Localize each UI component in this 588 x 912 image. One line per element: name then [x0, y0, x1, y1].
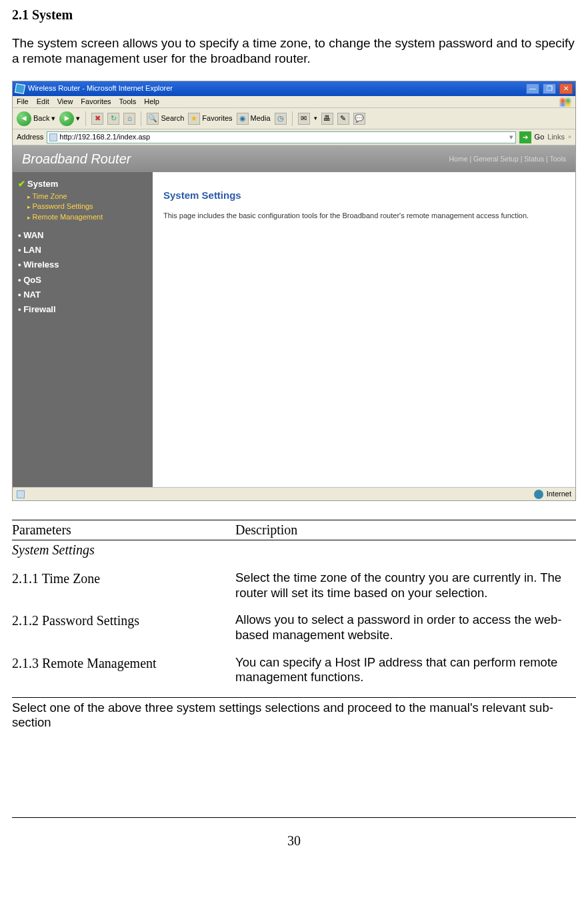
zone-label: Internet: [547, 490, 571, 499]
address-bar: Address http://192.168.2.1/index.asp ▾ ➔…: [13, 129, 575, 145]
sidebar-sub-password[interactable]: Password Settings: [27, 201, 147, 212]
forward-button[interactable]: ► ▾: [59, 111, 80, 126]
history-button[interactable]: ◷: [275, 113, 287, 125]
closing-paragraph: Select one of the above three system set…: [12, 698, 576, 731]
page-footer: 30: [12, 817, 576, 849]
menu-file[interactable]: File: [17, 97, 29, 107]
minimize-button[interactable]: —: [526, 83, 539, 94]
content-heading: System Settings: [163, 189, 569, 202]
page-icon: [49, 133, 57, 141]
menu-edit[interactable]: Edit: [37, 97, 49, 107]
window-titlebar: Wireless Router - Microsoft Internet Exp…: [13, 81, 575, 96]
section-heading: 2.1 System: [12, 7, 576, 23]
ie-icon: [15, 83, 25, 94]
windows-flag-icon: [559, 97, 571, 107]
banner-title: Broadband Router: [22, 151, 131, 167]
url-text: http://192.168.2.1/index.asp: [59, 133, 150, 142]
sidebar-nav: ✔System Time Zone Password Settings Remo…: [13, 172, 153, 487]
col-header-description: Description: [235, 520, 576, 540]
status-page-icon: [17, 490, 25, 498]
go-button[interactable]: ➔: [519, 131, 531, 143]
menu-tools[interactable]: Tools: [119, 97, 137, 107]
param-name-2: 2.1.3 Remote Management: [12, 655, 235, 698]
browser-screenshot: Wireless Router - Microsoft Internet Exp…: [12, 81, 576, 501]
address-input[interactable]: http://192.168.2.1/index.asp ▾: [47, 131, 515, 143]
stop-button[interactable]: ✖: [91, 113, 103, 125]
param-name-0: 2.1.1 Time Zone: [12, 570, 235, 612]
menu-favorites[interactable]: Favorites: [81, 97, 111, 107]
media-button[interactable]: ◉Media: [237, 113, 271, 125]
menu-view[interactable]: View: [57, 97, 73, 107]
discuss-button[interactable]: 💬: [353, 113, 365, 125]
mail-button[interactable]: ✉: [298, 113, 310, 125]
home-button[interactable]: ⌂: [123, 113, 135, 125]
back-button[interactable]: ◄Back ▾: [17, 111, 55, 126]
edit-button[interactable]: ✎: [337, 113, 349, 125]
parameters-table: Parameters Description System Settings 2…: [12, 520, 576, 697]
param-desc-1: Allows you to select a password in order…: [235, 612, 576, 654]
sidebar-item-nat[interactable]: NAT: [18, 288, 147, 302]
address-label: Address: [17, 133, 43, 142]
param-desc-0: Select the time zone of the country you …: [235, 570, 576, 612]
banner-nav-links[interactable]: Home | General Setup | Status | Tools: [449, 155, 567, 163]
intro-paragraph: The system screen allows you to specify …: [12, 35, 576, 66]
sidebar-item-firewall[interactable]: Firewall: [18, 302, 147, 317]
table-subheading: System Settings: [12, 540, 576, 571]
status-bar: Internet: [13, 487, 575, 500]
sidebar-item-wireless[interactable]: Wireless: [18, 258, 147, 272]
favorites-button[interactable]: ★Favorites: [188, 113, 232, 125]
links-label[interactable]: Links: [547, 133, 565, 142]
sidebar-sub-remote[interactable]: Remote Management: [27, 212, 147, 223]
param-name-1: 2.1.2 Password Settings: [12, 612, 235, 654]
sidebar-item-lan[interactable]: LAN: [18, 243, 147, 258]
menu-bar: File Edit View Favorites Tools Help: [13, 96, 575, 108]
router-banner: Broadband Router Home | General Setup | …: [13, 145, 575, 172]
checkmark-icon: ✔: [18, 179, 25, 189]
go-label: Go: [535, 133, 545, 142]
sidebar-item-qos[interactable]: QoS: [18, 273, 147, 288]
col-header-parameters: Parameters: [12, 520, 235, 540]
page-number: 30: [287, 833, 301, 848]
content-pane: System Settings This page includes the b…: [153, 172, 575, 487]
search-button[interactable]: 🔍Search: [147, 113, 184, 125]
print-button[interactable]: 🖶: [321, 113, 333, 125]
sidebar-item-wan[interactable]: WAN: [18, 228, 147, 243]
standard-toolbar: ◄Back ▾ ► ▾ ✖ ↻ ⌂ 🔍Search ★Favorites ◉Me…: [13, 108, 575, 129]
param-desc-2: You can specify a Host IP address that c…: [235, 655, 576, 698]
refresh-button[interactable]: ↻: [107, 113, 119, 125]
menu-help[interactable]: Help: [144, 97, 159, 107]
maximize-button[interactable]: ❐: [543, 83, 556, 94]
internet-zone-icon: [534, 490, 543, 499]
sidebar-item-system[interactable]: ✔System: [18, 179, 147, 189]
window-title: Wireless Router - Microsoft Internet Exp…: [28, 84, 173, 93]
content-text: This page includes the basic configurati…: [163, 211, 569, 221]
close-button[interactable]: ✕: [559, 83, 573, 94]
sidebar-sub-timezone[interactable]: Time Zone: [27, 191, 147, 202]
